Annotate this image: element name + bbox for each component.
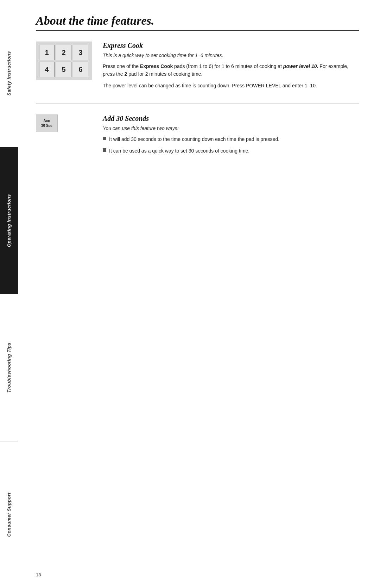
sidebar-section-troubleshooting: Troubleshooting Tips [0, 294, 18, 441]
sidebar-section-safety: Safety Instructions [0, 0, 18, 147]
add30-button: ADD 30 SEC [36, 114, 58, 132]
express-cook-subtitle: This is a quick way to set cooking time … [103, 52, 359, 58]
page-number: 18 [36, 572, 41, 577]
sidebar-label-troubleshooting: Troubleshooting Tips [6, 342, 12, 392]
sidebar-section-operating: Operating Instructions [0, 147, 18, 295]
sidebar-label-consumer: Consumer Support [6, 493, 12, 537]
section-divider [36, 104, 359, 104]
title-divider [36, 30, 359, 31]
key-4: 4 [39, 62, 55, 77]
express-cook-para2: The power level can be changed as time i… [103, 82, 359, 89]
key-1: 1 [39, 45, 55, 60]
add30-content: Add 30 Seconds You can use this feature … [103, 114, 359, 158]
add30-label-bottom: 30 SEC [41, 123, 52, 128]
express-cook-heading: Express Cook [103, 42, 359, 50]
express-cook-content: Express Cook This is a quick way to set … [103, 42, 359, 93]
sidebar: Safety Instructions Operating Instructio… [0, 0, 18, 588]
express-cook-section: 1 2 3 4 5 6 Express Cook This is a quick… [36, 42, 359, 93]
add30-label-top: ADD [41, 118, 52, 123]
key-5: 5 [56, 62, 71, 77]
page-title: About the time features. [36, 14, 359, 27]
keypad-area: 1 2 3 4 5 6 [36, 42, 92, 93]
add30-bullet-list: It will add 30 seconds to the time count… [103, 135, 359, 155]
add30-subtitle: You can use this feature two ways: [103, 125, 359, 131]
add30-button-area: ADD 30 SEC [36, 114, 92, 158]
add30-section: ADD 30 SEC Add 30 Seconds You can use th… [36, 114, 359, 158]
sidebar-label-operating: Operating Instructions [6, 194, 12, 247]
main-content: About the time features. 1 2 3 4 5 6 Exp… [18, 0, 380, 588]
add30-bullet-1-text: It will add 30 seconds to the time count… [109, 135, 279, 143]
keypad-grid: 1 2 3 4 5 6 [36, 42, 92, 80]
add30-heading: Add 30 Seconds [103, 114, 359, 123]
add30-bullet-2-text: It can be used as a quick way to set 30 … [109, 147, 249, 155]
add30-bullet-1: It will add 30 seconds to the time count… [103, 135, 359, 143]
add30-bullet-2: It can be used as a quick way to set 30 … [103, 147, 359, 155]
key-6: 6 [73, 62, 88, 77]
key-2: 2 [56, 45, 71, 60]
sidebar-label-safety: Safety Instructions [6, 51, 12, 96]
sidebar-section-consumer: Consumer Support [0, 441, 18, 588]
key-3: 3 [73, 45, 88, 60]
express-cook-body: Press one of the Express Cook pads (from… [103, 62, 359, 89]
bullet-icon-1 [103, 137, 106, 140]
express-cook-para1: Press one of the Express Cook pads (from… [103, 62, 359, 78]
bullet-icon-2 [103, 148, 106, 152]
